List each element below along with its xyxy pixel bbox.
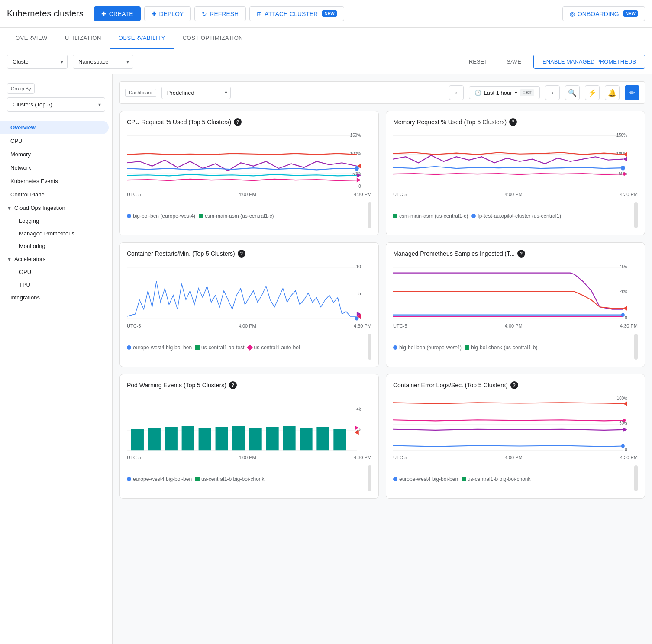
sidebar-item-gpu[interactable]: GPU — [0, 266, 112, 278]
chart-prometheus-title: Managed Prometheus Samples Ingested (T..… — [393, 250, 638, 258]
tab-utilization[interactable]: UTILIZATION — [56, 28, 110, 49]
namespace-select[interactable]: Namespace — [73, 55, 133, 69]
error-logs-scrollbar[interactable] — [634, 465, 638, 491]
svg-rect-56 — [316, 427, 329, 450]
chart-pod-warning: Pod Warning Events (Top 5 Clusters) ? 4k… — [119, 374, 379, 499]
refresh-icon: ↻ — [202, 10, 207, 17]
svg-text:10: 10 — [356, 264, 361, 269]
edit-button[interactable]: ✏ — [625, 85, 639, 100]
svg-marker-20 — [623, 157, 627, 161]
time-back-button[interactable]: ‹ — [449, 85, 464, 100]
sidebar-item-network[interactable]: Network — [0, 161, 109, 174]
chart-restarts-title: Container Restarts/Min. (Top 5 Clusters)… — [127, 250, 371, 258]
cpu-help-icon[interactable]: ? — [234, 118, 242, 126]
sidebar-item-monitoring[interactable]: Monitoring — [0, 240, 112, 252]
charts-grid: CPU Request % Used (Top 5 Clusters) ? 15… — [119, 111, 645, 499]
svg-text:0: 0 — [358, 184, 361, 189]
sidebar-item-cloud-ops-ingestion[interactable]: ▼ Cloud Ops Ingestion — [0, 201, 112, 215]
svg-rect-47 — [165, 427, 178, 450]
svg-rect-57 — [333, 429, 346, 450]
cpu-chart-svg: 150% 100% 50% 0 — [127, 131, 371, 192]
enable-managed-prometheus-button[interactable]: ENABLE MANAGED PROMETHEUS — [533, 55, 645, 69]
error-square-green — [462, 477, 466, 481]
tab-overview[interactable]: OVERVIEW — [7, 28, 56, 49]
error-legend-item-1: europe-west4 big-boi-ben — [393, 476, 458, 482]
memory-chart-svg: 150% 100% 50% — [393, 131, 638, 192]
dashboard-select[interactable]: Predefined — [161, 87, 231, 99]
onboarding-button[interactable]: ◎ ONBOARDING NEW — [562, 6, 645, 21]
error-logs-legend: europe-west4 big-boi-ben us-central1-b b… — [393, 476, 531, 482]
legend-square-green — [199, 214, 203, 218]
clock-icon: 🕐 — [474, 90, 481, 96]
svg-text:5: 5 — [358, 291, 361, 296]
tab-observability[interactable]: OBSERVABILITY — [110, 28, 174, 49]
restarts-chart-scrollbar[interactable] — [368, 334, 371, 360]
mem-legend-item-1: csm-main-asm (us-central1-c) — [393, 213, 468, 219]
save-button[interactable]: SAVE — [500, 55, 528, 68]
tab-cost-optimization[interactable]: COST OPTIMIZATION — [174, 28, 252, 49]
pod-square-green — [195, 477, 200, 481]
refresh-button[interactable]: ↻ REFRESH — [194, 6, 246, 21]
sidebar-item-control-plane[interactable]: Control Plane — [0, 188, 109, 201]
cluster-select-wrapper: Cluster ▾ — [7, 55, 68, 69]
sidebar-item-managed-prometheus[interactable]: Managed Prometheus — [0, 227, 112, 240]
time-forward-button[interactable]: › — [545, 85, 560, 100]
group-by-select[interactable]: Clusters (Top 5) — [7, 97, 105, 112]
reset-button[interactable]: RESET — [462, 55, 494, 68]
pod-legend-item-2: us-central1-b big-boi-chonk — [195, 476, 264, 482]
prometheus-chart-scrollbar[interactable] — [634, 334, 638, 360]
plus-icon: ✚ — [101, 10, 107, 17]
time-chevron-icon: ▾ — [515, 90, 517, 96]
restarts-diamond-pink — [247, 345, 253, 351]
pod-warning-help-icon[interactable]: ? — [229, 381, 237, 389]
cluster-select[interactable]: Cluster — [7, 55, 68, 69]
memory-chart-area: 150% 100% 50% — [393, 131, 638, 192]
svg-rect-46 — [148, 428, 161, 451]
sidebar-item-accelerators[interactable]: ▼ Accelerators — [0, 252, 112, 266]
compare-icon-button[interactable]: ⚡ — [585, 85, 600, 100]
time-range-button[interactable]: 🕐 Last 1 hour ▾ EST — [469, 86, 540, 99]
onboarding-icon: ◎ — [570, 10, 575, 17]
pod-warning-scrollbar[interactable] — [368, 465, 371, 491]
memory-help-icon[interactable]: ? — [509, 118, 517, 126]
header: Kubernetes clusters ✚ CREATE ✚ DEPLOY ↻ … — [0, 0, 652, 28]
svg-marker-68 — [623, 427, 627, 432]
deploy-button[interactable]: ✚ DEPLOY — [144, 6, 191, 21]
page-title: Kubernetes clusters — [7, 9, 84, 19]
chart-scrollbar[interactable] — [368, 202, 371, 228]
sidebar-item-overview[interactable]: Overview — [0, 121, 109, 134]
error-logs-help-icon[interactable]: ? — [510, 381, 518, 389]
svg-point-69 — [621, 444, 625, 448]
svg-text:0: 0 — [625, 316, 627, 321]
svg-rect-51 — [232, 426, 245, 450]
alert-button[interactable]: 🔔 — [605, 85, 620, 100]
restarts-chart-svg: 10 5 0 — [127, 263, 371, 323]
mem-legend-square — [393, 214, 397, 218]
prometheus-legend: big-boi-ben (europe-west4) big-boi-chonk… — [393, 345, 537, 351]
restarts-help-icon[interactable]: ? — [238, 250, 245, 258]
dashboard-field-label: Dashboard — [125, 89, 156, 97]
main-content: Group By Clusters (Top 5) ▾ Overview CPU… — [0, 74, 652, 644]
sidebar-item-tpu[interactable]: TPU — [0, 278, 112, 291]
sidebar-item-logging[interactable]: Logging — [0, 215, 112, 227]
sidebar-item-memory[interactable]: Memory — [0, 148, 109, 161]
memory-chart-scrollbar[interactable] — [634, 202, 638, 228]
svg-point-39 — [621, 313, 625, 317]
restarts-chart-area: 10 5 0 — [127, 263, 371, 323]
search-button[interactable]: 🔍 — [565, 85, 580, 100]
prometheus-help-icon[interactable]: ? — [517, 250, 525, 258]
timezone-badge: EST — [520, 89, 534, 96]
svg-marker-66 — [623, 401, 627, 406]
svg-rect-45 — [131, 429, 144, 450]
prom-legend-item-1: big-boi-ben (europe-west4) — [393, 345, 462, 351]
svg-marker-38 — [623, 306, 627, 311]
attach-cluster-button[interactable]: ⊞ ATTACH CLUSTER NEW — [249, 6, 344, 21]
sidebar-item-integrations[interactable]: Integrations — [0, 291, 109, 304]
svg-rect-50 — [216, 427, 228, 450]
sidebar-item-cpu[interactable]: CPU — [0, 134, 109, 148]
svg-point-9 — [355, 166, 359, 171]
create-button[interactable]: ✚ CREATE — [94, 6, 141, 21]
chart-error-logs: Container Error Logs/Sec. (Top 5 Cluster… — [386, 374, 645, 499]
sidebar-item-kubernetes-events[interactable]: Kubernetes Events — [0, 174, 109, 188]
accelerators-chevron-icon: ▼ — [7, 257, 12, 262]
